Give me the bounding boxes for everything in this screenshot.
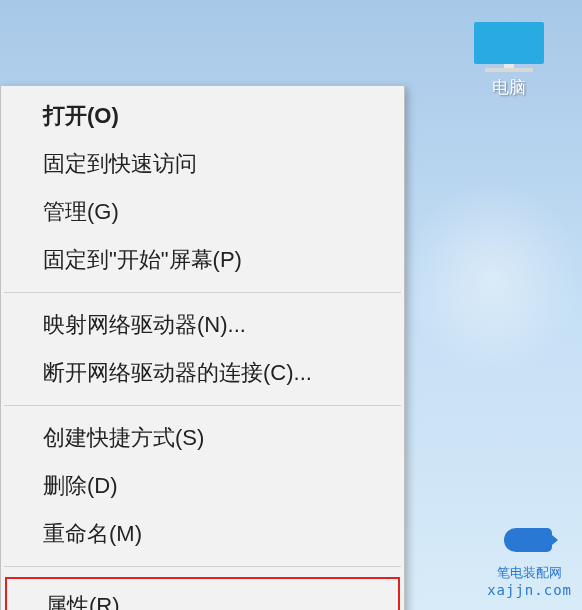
menu-divider xyxy=(4,292,401,293)
menu-item-delete[interactable]: 删除(D) xyxy=(1,462,404,510)
menu-item-open[interactable]: 打开(O) xyxy=(1,92,404,140)
menu-divider xyxy=(4,566,401,567)
menu-item-manage[interactable]: 管理(G) xyxy=(1,188,404,236)
watermark: 笔电装配网 xajjn.com xyxy=(487,528,572,598)
desktop-icon-this-pc[interactable]: 电脑 xyxy=(464,22,554,99)
menu-item-pin-start[interactable]: 固定到"开始"屏幕(P) xyxy=(1,236,404,284)
shark-icon xyxy=(504,528,556,562)
menu-item-properties[interactable]: 属性(R) xyxy=(5,577,400,610)
watermark-text-1: 笔电装配网 xyxy=(487,564,572,582)
menu-item-pin-quick-access[interactable]: 固定到快速访问 xyxy=(1,140,404,188)
computer-icon xyxy=(474,22,544,70)
menu-item-disconnect-drive[interactable]: 断开网络驱动器的连接(C)... xyxy=(1,349,404,397)
menu-item-create-shortcut[interactable]: 创建快捷方式(S) xyxy=(1,414,404,462)
desktop-icon-label: 电脑 xyxy=(464,76,554,99)
menu-divider xyxy=(4,405,401,406)
desktop-wallpaper-cloud xyxy=(402,180,582,380)
context-menu: 打开(O) 固定到快速访问 管理(G) 固定到"开始"屏幕(P) 映射网络驱动器… xyxy=(0,85,405,610)
menu-item-map-drive[interactable]: 映射网络驱动器(N)... xyxy=(1,301,404,349)
menu-item-rename[interactable]: 重命名(M) xyxy=(1,510,404,558)
watermark-text-2: xajjn.com xyxy=(487,582,572,598)
